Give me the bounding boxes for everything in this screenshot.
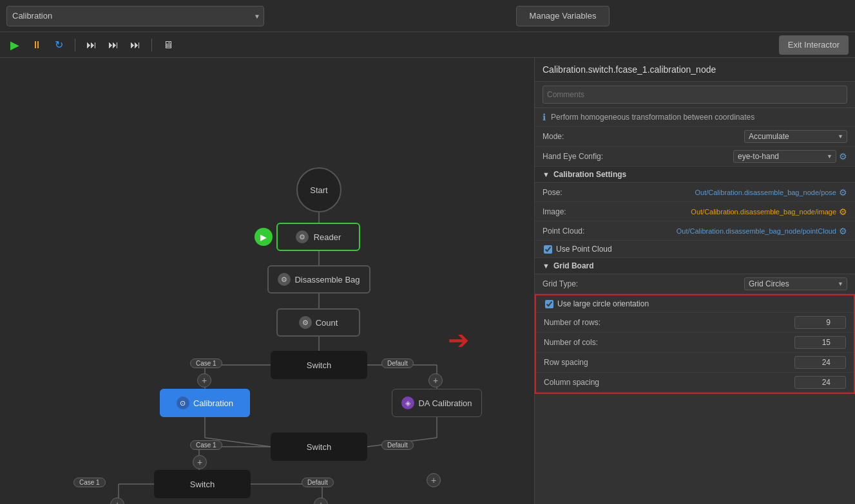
switch2-label: Switch	[307, 442, 331, 452]
mode-select-wrap: Accumulate	[744, 130, 847, 143]
panel-title: Calibration.switch.fcase_1.calibration_n…	[535, 58, 855, 82]
default-badge-2: Default	[381, 440, 414, 450]
flow-canvas[interactable]: Start ▶ ⚙ Reader ⚙ Disassemble Bag ⚙ Cou…	[0, 58, 534, 504]
reader-node[interactable]: ⚙ Reader	[276, 223, 360, 251]
toolbar: ▶ ⏸ ↻ ⏭ ⏭ ⏭ 🖥 Exit Interactor	[0, 32, 855, 58]
fast-forward-button[interactable]: ⏭	[105, 37, 122, 53]
large-circle-checkbox[interactable]	[545, 300, 553, 308]
info-icon: ℹ	[543, 112, 546, 122]
disassemble-icon: ⚙	[278, 273, 291, 286]
use-point-cloud-label: Use Point Cloud	[556, 245, 612, 254]
plus-circle-2[interactable]: +	[428, 373, 443, 387]
top-bar-center: Manage Variables	[271, 6, 855, 26]
large-circle-label: Use large circle orientation	[557, 299, 649, 308]
hand-eye-row: Hand Eye Config: eye-to-hand ⚙	[535, 147, 855, 167]
right-panel: Calibration.switch.fcase_1.calibration_n…	[534, 58, 855, 504]
plus-circle-4[interactable]: +	[110, 498, 124, 504]
plus-circle-1[interactable]: +	[197, 373, 211, 387]
default-badge-3: Default	[302, 478, 334, 487]
project-dropdown[interactable]: Calibration	[6, 6, 264, 26]
grid-type-select[interactable]: Grid Circles	[744, 277, 847, 290]
image-link-icon[interactable]: ⚙	[839, 207, 847, 217]
highlight-panel: Use large circle orientation Number of r…	[535, 294, 855, 394]
image-value: Out/Calibration.disassemble_bag_node/ima…	[626, 207, 847, 217]
point-cloud-link-icon[interactable]: ⚙	[839, 226, 847, 236]
switch3-label: Switch	[190, 480, 215, 489]
pose-value: Out/Calibration.disassemble_bag_node/pos…	[626, 187, 847, 198]
start-label: Start	[310, 185, 327, 195]
separator-2	[151, 39, 152, 51]
num-cols-input[interactable]	[794, 336, 846, 349]
calibration1-label: Calibration	[193, 398, 233, 408]
pose-link[interactable]: Out/Calibration.disassemble_bag_node/pos…	[695, 189, 836, 196]
image-row: Image: Out/Calibration.disassemble_bag_n…	[535, 202, 855, 221]
pose-row: Pose: Out/Calibration.disassemble_bag_no…	[535, 183, 855, 202]
disassemble-label: Disassemble Bag	[294, 275, 360, 285]
count-icon: ⚙	[299, 316, 312, 329]
default-badge-1: Default	[381, 359, 414, 368]
comments-input[interactable]	[543, 86, 847, 104]
exit-interactor-button[interactable]: Exit Interactor	[779, 35, 849, 55]
case1-badge-3: Case 1	[73, 478, 106, 487]
row-spacing-row: Row spacing	[536, 353, 854, 373]
top-bar: Calibration Manage Variables	[0, 0, 855, 32]
switch3-node[interactable]: Switch	[154, 470, 251, 498]
point-cloud-link[interactable]: Out/Calibration.disassemble_bag_node/poi…	[677, 227, 836, 235]
da-calibration1-node[interactable]: ◈ DA Calibration	[392, 389, 482, 417]
calib-settings-arrow: ▼	[543, 171, 550, 178]
grid-type-select-wrap: Grid Circles	[744, 277, 847, 290]
hand-eye-value: eye-to-hand ⚙	[626, 150, 847, 163]
step-button[interactable]: ⏭	[83, 37, 100, 53]
mode-select[interactable]: Accumulate	[744, 130, 847, 143]
calibration1-icon: ⊙	[177, 397, 189, 409]
num-cols-row: Number of cols:	[536, 333, 854, 353]
plus-circle-3[interactable]: +	[193, 455, 207, 469]
calib-settings-header[interactable]: ▼ Calibration Settings	[535, 167, 855, 183]
hand-eye-link-icon[interactable]: ⚙	[839, 151, 847, 162]
hand-eye-select-wrap: eye-to-hand	[733, 150, 836, 163]
comments-field	[535, 82, 855, 108]
point-cloud-row: Point Cloud: Out/Calibration.disassemble…	[535, 221, 855, 241]
camera-button[interactable]: 🖥	[160, 37, 177, 53]
grid-board-header[interactable]: ▼ Grid Board	[535, 258, 855, 274]
grid-board-arrow: ▼	[543, 262, 550, 270]
point-cloud-value: Out/Calibration.disassemble_bag_node/poi…	[626, 226, 847, 236]
num-rows-row: Number of rows:	[536, 313, 854, 333]
col-spacing-input[interactable]	[794, 376, 846, 389]
pose-link-icon[interactable]: ⚙	[839, 187, 847, 198]
main-area: Start ▶ ⚙ Reader ⚙ Disassemble Bag ⚙ Cou…	[0, 58, 855, 504]
separator-1	[75, 39, 75, 51]
reader-play-icon[interactable]: ▶	[255, 228, 273, 246]
da-calibration1-icon: ◈	[401, 397, 414, 409]
switch2-node[interactable]: Switch	[271, 433, 367, 461]
row-spacing-input[interactable]	[794, 356, 846, 369]
plus-circle-6[interactable]: +	[427, 473, 441, 487]
mode-value: Accumulate	[626, 130, 847, 143]
calibration1-node[interactable]: ⊙ Calibration	[160, 389, 250, 417]
manage-variables-button[interactable]: Manage Variables	[516, 6, 610, 26]
grid-type-row: Grid Type: Grid Circles	[535, 274, 855, 294]
image-link[interactable]: Out/Calibration.disassemble_bag_node/ima…	[691, 208, 836, 216]
use-point-cloud-checkbox[interactable]	[544, 245, 552, 254]
disassemble-bag-node[interactable]: ⚙ Disassemble Bag	[267, 265, 370, 294]
num-rows-input[interactable]	[794, 316, 846, 329]
plus-circle-5[interactable]: +	[314, 498, 328, 504]
red-arrow-icon: ➔	[448, 326, 470, 354]
highlight-arrow: ➔	[448, 325, 470, 355]
switch1-node[interactable]: Switch	[271, 351, 367, 379]
reader-label: Reader	[314, 232, 341, 242]
project-dropdown-wrap: Calibration	[0, 6, 271, 26]
da-calibration1-label: DA Calibration	[418, 398, 472, 408]
record-button[interactable]: ⏭	[127, 37, 144, 53]
start-node[interactable]: Start	[296, 167, 341, 212]
mode-row: Mode: Accumulate	[535, 127, 855, 147]
hand-eye-select[interactable]: eye-to-hand	[733, 150, 836, 163]
count-node[interactable]: ⚙ Count	[276, 308, 360, 337]
pause-button[interactable]: ⏸	[28, 37, 45, 53]
refresh-button[interactable]: ↻	[50, 37, 67, 53]
large-circle-row: Use large circle orientation	[536, 295, 854, 313]
case1-badge-2: Case 1	[190, 440, 222, 450]
info-row: ℹ Perform homogeneous transformation bet…	[535, 108, 855, 127]
play-button[interactable]: ▶	[6, 37, 23, 53]
count-label: Count	[316, 318, 338, 328]
